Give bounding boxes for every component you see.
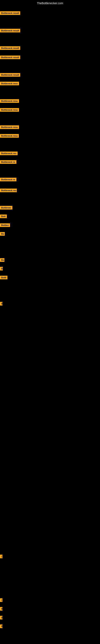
- bottleneck-badge-30: Bottl: [0, 276, 7, 280]
- bottleneck-badge-7: Bottleneck result: [0, 73, 20, 78]
- bottleneck-badge-20: Bottleneck res: [0, 188, 17, 193]
- bottleneck-badge-11: Bottleneck resu: [0, 108, 19, 112]
- bottleneck-badge-67: |: [0, 598, 1, 603]
- bottleneck-badge-25: Bo: [0, 232, 5, 236]
- bottleneck-badge-5: Bottleneck result: [0, 56, 20, 60]
- bottleneck-badge-8: Bottleneck resu: [0, 82, 19, 86]
- bottleneck-badge-0: Bottleneck result: [0, 11, 20, 16]
- bottleneck-badge-10: Bottleneck resu: [0, 99, 19, 104]
- bottleneck-badge-70: B: [0, 624, 2, 629]
- bottleneck-badge-16: Bottleneck res: [0, 152, 18, 156]
- bottleneck-badge-62: |: [0, 555, 1, 559]
- bottleneck-badge-28: Bo: [0, 258, 4, 263]
- bottleneck-badge-24: Bottlen: [0, 224, 10, 228]
- bottleneck-badge-68: B: [0, 607, 2, 612]
- bottleneck-badge-29: B: [0, 267, 3, 271]
- bottleneck-badge-33: B: [0, 302, 2, 306]
- bottleneck-badge-19: Bottleneck re: [0, 178, 16, 182]
- bottleneck-badge-22: Bottlenec: [0, 206, 12, 210]
- bottleneck-badge-14: Bottleneck resu: [0, 134, 19, 138]
- bottleneck-badge-69: B: [0, 616, 2, 620]
- bottleneck-badge-2: Bottleneck result: [0, 29, 20, 33]
- bottleneck-badge-13: Bottleneck resu: [0, 126, 19, 130]
- bottleneck-badge-23: Bott: [0, 214, 7, 219]
- bottleneck-badge-4: Bottleneck result: [0, 46, 20, 51]
- site-title: TheBottlenecker.com: [0, 0, 100, 6]
- bottleneck-badge-17: Bottleneck re: [0, 160, 16, 164]
